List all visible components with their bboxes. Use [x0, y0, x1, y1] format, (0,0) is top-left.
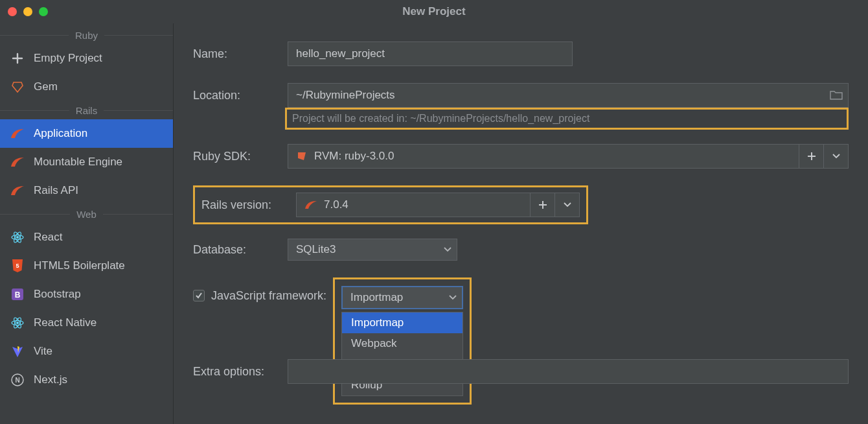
js-framework-highlight: Importmap Importmap Webpack ESbuild Roll… — [333, 277, 472, 405]
location-input-field[interactable] — [296, 89, 840, 102]
extra-options-label: Extra options: — [193, 365, 288, 379]
rails-icon — [10, 183, 25, 198]
sidebar-item-label: Gem — [34, 80, 58, 93]
sidebar-item-html5-boilerplate[interactable]: 5 HTML5 Boilerplate — [0, 252, 173, 280]
add-sdk-button[interactable] — [799, 145, 823, 168]
sidebar-group-rails: Rails — [0, 101, 173, 119]
database-label: Database: — [193, 243, 288, 257]
extra-options-input-field[interactable] — [296, 365, 840, 378]
chevron-down-icon — [449, 295, 457, 300]
sidebar-item-bootstrap[interactable]: B Bootstrap — [0, 280, 173, 309]
gem-icon — [10, 80, 25, 94]
titlebar: New Project — [0, 0, 868, 23]
sidebar-item-vite[interactable]: Vite — [0, 337, 173, 366]
vite-icon — [10, 344, 25, 359]
project-type-sidebar: Ruby Empty Project Gem Rails — [0, 23, 174, 424]
svg-text:B: B — [15, 290, 21, 300]
sidebar-item-label: Bootstrap — [34, 288, 81, 301]
sidebar-item-application[interactable]: Application — [0, 119, 173, 148]
sidebar-item-label: Mountable Engine — [34, 156, 122, 169]
bootstrap-icon: B — [10, 287, 25, 301]
sidebar-item-gem[interactable]: Gem — [0, 73, 173, 101]
ruby-sdk-label: Ruby SDK: — [193, 150, 288, 163]
sidebar-item-label: Rails API — [34, 184, 78, 197]
minimize-window-button[interactable] — [23, 7, 32, 16]
sidebar-item-empty-project[interactable]: Empty Project — [0, 44, 173, 73]
plus-icon — [10, 51, 25, 65]
sidebar-item-label: Empty Project — [34, 52, 102, 65]
add-rails-version-button[interactable] — [530, 193, 554, 217]
rails-icon — [304, 200, 317, 210]
sidebar-group-ruby: Ruby — [0, 26, 173, 44]
database-select[interactable]: SQLite3 — [288, 239, 457, 261]
sidebar-item-react-native[interactable]: React Native — [0, 309, 173, 337]
name-input[interactable] — [288, 41, 573, 66]
svg-point-0 — [16, 236, 19, 239]
ruby-sdk-select[interactable]: RVM: ruby-3.0.0 — [288, 144, 849, 169]
js-framework-row: JavaScript framework: Importmap Importma… — [193, 277, 849, 405]
rails-version-label: Rails version: — [201, 198, 287, 212]
ruby-icon — [296, 150, 308, 162]
form-panel: Name: Location: Project will be created … — [174, 23, 868, 424]
ruby-sdk-row: Ruby SDK: RVM: ruby-3.0.0 — [193, 144, 849, 169]
sidebar-item-label: HTML5 Boilerplate — [34, 259, 125, 272]
dropdown-option-importmap[interactable]: Importmap — [342, 312, 463, 333]
database-row: Database: SQLite3 — [193, 239, 849, 261]
extra-options-input[interactable] — [288, 359, 849, 384]
rails-version-highlight: Rails version: 7.0.4 — [193, 185, 588, 224]
svg-text:N: N — [15, 377, 19, 384]
js-framework-select[interactable]: Importmap — [341, 286, 463, 309]
rails-version-dropdown-button[interactable] — [554, 193, 579, 217]
sidebar-group-web: Web — [0, 205, 173, 223]
rails-version-select[interactable]: 7.0.4 — [296, 193, 580, 217]
ruby-sdk-value: RVM: ruby-3.0.0 — [314, 150, 394, 163]
sidebar-item-label: React — [34, 231, 62, 244]
js-framework-checkbox[interactable] — [193, 290, 205, 301]
maximize-window-button[interactable] — [39, 7, 48, 16]
react-icon — [10, 230, 25, 244]
sidebar-item-label: React Native — [34, 316, 97, 329]
window-title: New Project — [402, 5, 465, 18]
rails-version-value: 7.0.4 — [324, 198, 348, 211]
sidebar-item-nextjs[interactable]: N Next.js — [0, 366, 173, 394]
sidebar-item-label: Next.js — [34, 373, 67, 386]
sidebar-item-rails-api[interactable]: Rails API — [0, 176, 173, 205]
sidebar-item-label: Vite — [34, 345, 52, 358]
react-icon — [10, 316, 25, 330]
database-value: SQLite3 — [296, 243, 336, 256]
location-input[interactable] — [288, 83, 849, 108]
location-row: Location: — [193, 83, 849, 108]
dropdown-option-webpack[interactable]: Webpack — [342, 333, 463, 354]
name-input-field[interactable] — [296, 47, 564, 60]
js-framework-value: Importmap — [350, 291, 403, 304]
close-window-button[interactable] — [8, 7, 17, 16]
sidebar-item-label: Application — [34, 127, 87, 140]
sidebar-item-react[interactable]: React — [0, 223, 173, 252]
js-framework-label: JavaScript framework: — [211, 289, 326, 303]
rails-icon — [10, 155, 25, 169]
rails-icon — [10, 126, 25, 141]
name-label: Name: — [193, 47, 288, 61]
extra-options-row: Extra options: — [193, 359, 849, 384]
name-row: Name: — [193, 41, 849, 66]
html5-icon: 5 — [10, 259, 25, 273]
location-hint-highlight: Project will be created in: ~/RubyminePr… — [285, 108, 849, 130]
browse-folder-button[interactable] — [830, 90, 843, 100]
window-controls — [8, 7, 48, 16]
chevron-down-icon — [444, 247, 451, 252]
svg-point-7 — [16, 322, 19, 324]
sidebar-item-mountable-engine[interactable]: Mountable Engine — [0, 148, 173, 176]
location-hint: Project will be created in: ~/RubyminePr… — [292, 113, 589, 124]
location-label: Location: — [193, 89, 288, 102]
sdk-dropdown-button[interactable] — [823, 145, 848, 168]
svg-text:5: 5 — [16, 263, 19, 269]
nextjs-icon: N — [10, 373, 25, 387]
